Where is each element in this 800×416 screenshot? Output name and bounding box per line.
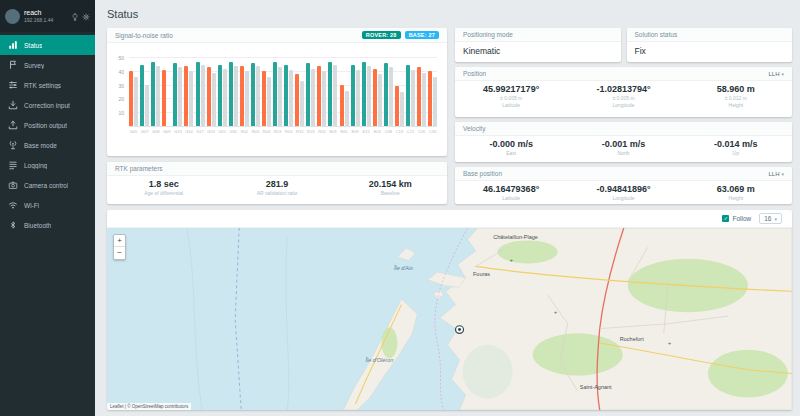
rover-legend-badge[interactable]: ROVER: 28 [362,31,401,39]
rover-snr-bar [428,71,432,126]
rover-snr-bar [184,66,188,126]
latitude-metric: 45.99217179° ± 0.005 m Latitude [455,84,567,108]
rover-snr-bar [351,65,355,126]
map-label: Fouras [473,271,490,277]
rover-snr-bar [129,71,133,126]
snr-bar-group [184,51,193,126]
base-snr-bar [289,70,293,126]
device-info: reach 192.168.1.44 [24,9,67,23]
rover-snr-bar [340,85,344,126]
metric-label: Longitude [567,195,679,201]
follow-toggle[interactable]: ✓ Follow [722,215,751,222]
antenna-icon [8,140,18,150]
map-label: Île d'Oléron [365,357,393,363]
map-zoom-select[interactable]: 16 ▾ [759,213,782,224]
snr-bar-group [339,51,348,126]
map-canvas[interactable]: + + + Châtelaillon-PlageFourasÎle d'AixÎ… [107,228,792,410]
base-snr-bar [134,77,138,126]
metric-value: 63.069 m [680,184,792,195]
base-snr-bar [278,67,282,126]
solution-status-value: Fix [627,42,793,60]
snr-bar-group [417,51,426,126]
base-snr-bar [333,65,337,126]
sidebar-menu: StatusSurveyRTK settingsCorrection input… [0,35,95,235]
rover-snr-bar [284,65,288,126]
rover-snr-bar [173,63,177,126]
base-snr-bar [311,69,315,126]
sidebar-item-survey[interactable]: Survey [0,55,95,75]
snr-bar-group [273,51,282,126]
base-snr-bar [411,70,415,126]
settings-gear-icon[interactable] [82,7,90,25]
sidebar-item-label: Survey [24,62,44,69]
map-label: Châtelaillon-Plage [493,235,538,241]
rover-snr-bar [162,70,166,126]
map-label: Rochefort [620,336,644,342]
sidebar-item-bluetooth[interactable]: Bluetooth [0,215,95,235]
snr-bar-group [373,51,382,126]
sidebar-item-status[interactable]: Status [0,35,95,55]
map-attribution[interactable]: Leaflet | © OpenStreetMap contributors [107,403,191,410]
snr-bar-group [195,51,204,126]
base-snr-bar [300,81,304,126]
base-snr-bar [256,66,260,126]
device-ip: 192.168.1.44 [24,17,67,23]
rover-snr-bar [295,74,299,126]
rover-snr-bar [251,63,255,126]
led-status-icon[interactable] [71,7,79,25]
rover-snr-bar [207,67,211,126]
baseline-metric: 20.154 km Baseline [334,179,447,197]
base-snr-bar [234,66,238,126]
position-card-title: Position [463,70,486,77]
rover-snr-bar [306,63,310,126]
base-snr-bar [356,70,360,126]
metric-value: 281.9 [220,179,333,190]
base-position-card: Base position LLH ▾ 46.16479368° Latitud… [455,167,792,204]
map-zoom-control: + − [113,234,126,260]
solution-status-card: Solution status Fix [627,28,793,62]
device-name: reach [24,9,67,17]
chevron-down-icon: ▾ [781,71,784,77]
openstreetmap-basemap[interactable]: + + + Châtelaillon-PlageFourasÎle d'AixÎ… [107,228,792,410]
zoom-in-button[interactable]: + [114,235,125,247]
sidebar-item-label: Wi-Fi [24,202,39,209]
base-snr-bar [322,71,326,126]
rover-snr-bar [273,62,277,126]
base-format-dropdown[interactable]: LLH ▾ [768,171,784,177]
rover-snr-bar [240,66,244,126]
input-icon [8,100,18,110]
metric-value: 58.960 m [680,84,792,95]
velocity-up-metric: -0.014 m/s Up [680,139,792,157]
sidebar-item-logging[interactable]: Logging [0,155,95,175]
sidebar-item-camera-control[interactable]: Camera control [0,175,95,195]
position-format-dropdown[interactable]: LLH ▾ [768,71,784,77]
metric-label: Up [680,150,792,156]
sidebar-item-position-output[interactable]: Position output [0,115,95,135]
sidebar-item-label: Position output [24,122,67,129]
sidebar-item-label: RTK settings [24,82,61,89]
base-legend-badge[interactable]: BASE: 27 [405,31,439,39]
sidebar-item-rtk-settings[interactable]: RTK settings [0,75,95,95]
metric-label: Height [680,195,792,201]
metric-label: Age of differential [107,190,220,196]
sidebar-item-base-mode[interactable]: Base mode [0,135,95,155]
snr-bar-group [295,51,304,126]
snr-bar-group [395,51,404,126]
solution-status-title: Solution status [635,31,678,38]
snr-bar-group [317,51,326,126]
base-snr-bar [389,67,393,126]
wifi-icon [8,200,18,210]
sidebar-item-wi-fi[interactable]: Wi-Fi [0,195,95,215]
rover-snr-bar [406,65,410,126]
base-snr-bar [178,67,182,126]
snr-bar-group [162,51,171,126]
rover-snr-bar [395,86,399,126]
base-snr-bar [245,71,249,126]
zoom-level-value: 16 [764,215,771,222]
rover-snr-bar [384,63,388,126]
snr-card: Signal-to-noise ratio ROVER: 28 BASE: 27… [107,28,447,156]
zoom-out-button[interactable]: − [114,247,125,259]
snr-bar-group [362,51,371,126]
bluetooth-icon [8,220,18,230]
sidebar-item-correction-input[interactable]: Correction input [0,95,95,115]
